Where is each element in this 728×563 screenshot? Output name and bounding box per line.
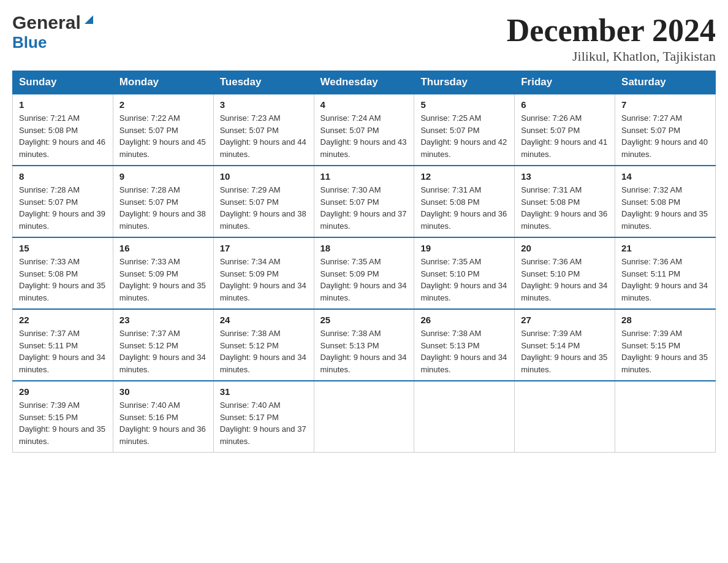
page-header: General Blue December 2024 Jilikul, Khat… bbox=[12, 12, 716, 64]
logo-triangle-icon bbox=[82, 13, 96, 29]
table-row: 24 Sunrise: 7:38 AMSunset: 5:12 PMDaylig… bbox=[213, 309, 314, 381]
day-number: 21 bbox=[621, 243, 709, 253]
day-info: Sunrise: 7:28 AMSunset: 5:07 PMDaylight:… bbox=[119, 185, 206, 231]
day-info: Sunrise: 7:26 AMSunset: 5:07 PMDaylight:… bbox=[521, 113, 607, 159]
day-number: 9 bbox=[119, 171, 207, 182]
day-number: 18 bbox=[320, 243, 408, 253]
day-info: Sunrise: 7:31 AMSunset: 5:08 PMDaylight:… bbox=[420, 185, 507, 231]
day-number: 29 bbox=[19, 386, 107, 397]
title-block: December 2024 Jilikul, Khatlon, Tajikist… bbox=[507, 12, 716, 64]
table-row: 1 Sunrise: 7:21 AMSunset: 5:08 PMDayligh… bbox=[13, 94, 113, 166]
table-row: 14 Sunrise: 7:32 AMSunset: 5:08 PMDaylig… bbox=[615, 166, 716, 237]
header-monday: Monday bbox=[113, 71, 213, 94]
day-info: Sunrise: 7:25 AMSunset: 5:07 PMDaylight:… bbox=[420, 113, 507, 159]
table-row: 25 Sunrise: 7:38 AMSunset: 5:13 PMDaylig… bbox=[314, 309, 414, 381]
table-row: 6 Sunrise: 7:26 AMSunset: 5:07 PMDayligh… bbox=[515, 94, 615, 166]
header-thursday: Thursday bbox=[414, 71, 515, 94]
day-number: 4 bbox=[320, 99, 408, 110]
day-info: Sunrise: 7:36 AMSunset: 5:11 PMDaylight:… bbox=[621, 257, 708, 302]
day-info: Sunrise: 7:38 AMSunset: 5:13 PMDaylight:… bbox=[420, 329, 507, 374]
day-number: 20 bbox=[521, 243, 609, 253]
day-number: 7 bbox=[621, 99, 709, 110]
day-number: 19 bbox=[420, 243, 508, 253]
day-number: 8 bbox=[19, 171, 107, 182]
day-number: 5 bbox=[420, 99, 508, 110]
day-info: Sunrise: 7:22 AMSunset: 5:07 PMDaylight:… bbox=[119, 113, 206, 159]
day-number: 15 bbox=[19, 243, 107, 253]
day-info: Sunrise: 7:33 AMSunset: 5:09 PMDaylight:… bbox=[119, 257, 206, 302]
table-row: 17 Sunrise: 7:34 AMSunset: 5:09 PMDaylig… bbox=[213, 237, 314, 309]
day-number: 30 bbox=[119, 386, 207, 397]
header-sunday: Sunday bbox=[13, 71, 113, 94]
day-number: 1 bbox=[19, 99, 107, 110]
day-number: 31 bbox=[220, 386, 308, 397]
calendar-title: December 2024 bbox=[507, 12, 716, 48]
day-number: 24 bbox=[220, 315, 308, 325]
table-row: 7 Sunrise: 7:27 AMSunset: 5:07 PMDayligh… bbox=[615, 94, 716, 166]
day-number: 2 bbox=[119, 99, 207, 110]
day-info: Sunrise: 7:36 AMSunset: 5:10 PMDaylight:… bbox=[521, 257, 607, 302]
calendar-table: Sunday Monday Tuesday Wednesday Thursday… bbox=[12, 71, 716, 453]
table-row bbox=[515, 381, 615, 453]
table-row: 31 Sunrise: 7:40 AMSunset: 5:17 PMDaylig… bbox=[213, 381, 314, 453]
day-number: 28 bbox=[621, 315, 709, 325]
day-number: 23 bbox=[119, 315, 207, 325]
day-info: Sunrise: 7:40 AMSunset: 5:17 PMDaylight:… bbox=[220, 400, 306, 446]
day-number: 11 bbox=[320, 171, 408, 182]
logo-blue-text: Blue bbox=[12, 33, 47, 52]
day-info: Sunrise: 7:29 AMSunset: 5:07 PMDaylight:… bbox=[220, 185, 306, 231]
day-number: 17 bbox=[220, 243, 308, 253]
day-number: 14 bbox=[621, 171, 709, 182]
calendar-subtitle: Jilikul, Khatlon, Tajikistan bbox=[507, 48, 716, 64]
table-row: 9 Sunrise: 7:28 AMSunset: 5:07 PMDayligh… bbox=[113, 166, 213, 237]
table-row: 21 Sunrise: 7:36 AMSunset: 5:11 PMDaylig… bbox=[615, 237, 716, 309]
day-info: Sunrise: 7:32 AMSunset: 5:08 PMDaylight:… bbox=[621, 185, 708, 231]
table-row: 12 Sunrise: 7:31 AMSunset: 5:08 PMDaylig… bbox=[414, 166, 515, 237]
table-row: 5 Sunrise: 7:25 AMSunset: 5:07 PMDayligh… bbox=[414, 94, 515, 166]
day-info: Sunrise: 7:34 AMSunset: 5:09 PMDaylight:… bbox=[220, 257, 306, 302]
day-number: 22 bbox=[19, 315, 107, 325]
table-row: 20 Sunrise: 7:36 AMSunset: 5:10 PMDaylig… bbox=[515, 237, 615, 309]
day-number: 27 bbox=[521, 315, 609, 325]
table-row: 27 Sunrise: 7:39 AMSunset: 5:14 PMDaylig… bbox=[515, 309, 615, 381]
day-info: Sunrise: 7:31 AMSunset: 5:08 PMDaylight:… bbox=[521, 185, 607, 231]
table-row: 30 Sunrise: 7:40 AMSunset: 5:16 PMDaylig… bbox=[113, 381, 213, 453]
table-row: 26 Sunrise: 7:38 AMSunset: 5:13 PMDaylig… bbox=[414, 309, 515, 381]
day-info: Sunrise: 7:39 AMSunset: 5:14 PMDaylight:… bbox=[521, 329, 607, 374]
day-number: 16 bbox=[119, 243, 207, 253]
calendar-header-row: Sunday Monday Tuesday Wednesday Thursday… bbox=[13, 71, 716, 94]
table-row: 2 Sunrise: 7:22 AMSunset: 5:07 PMDayligh… bbox=[113, 94, 213, 166]
table-row: 28 Sunrise: 7:39 AMSunset: 5:15 PMDaylig… bbox=[615, 309, 716, 381]
day-info: Sunrise: 7:21 AMSunset: 5:08 PMDaylight:… bbox=[19, 113, 105, 159]
table-row bbox=[615, 381, 716, 453]
day-info: Sunrise: 7:37 AMSunset: 5:12 PMDaylight:… bbox=[119, 329, 206, 374]
day-info: Sunrise: 7:37 AMSunset: 5:11 PMDaylight:… bbox=[19, 329, 105, 374]
day-info: Sunrise: 7:39 AMSunset: 5:15 PMDaylight:… bbox=[621, 329, 708, 374]
week-row-2: 8 Sunrise: 7:28 AMSunset: 5:07 PMDayligh… bbox=[13, 166, 716, 237]
table-row: 19 Sunrise: 7:35 AMSunset: 5:10 PMDaylig… bbox=[414, 237, 515, 309]
week-row-3: 15 Sunrise: 7:33 AMSunset: 5:08 PMDaylig… bbox=[13, 237, 716, 309]
logo-general-text: General bbox=[12, 12, 81, 33]
day-number: 25 bbox=[320, 315, 408, 325]
header-saturday: Saturday bbox=[615, 71, 716, 94]
day-number: 26 bbox=[420, 315, 508, 325]
day-number: 12 bbox=[420, 171, 508, 182]
logo: General Blue bbox=[12, 12, 96, 52]
table-row: 29 Sunrise: 7:39 AMSunset: 5:15 PMDaylig… bbox=[13, 381, 113, 453]
day-number: 13 bbox=[521, 171, 609, 182]
table-row: 23 Sunrise: 7:37 AMSunset: 5:12 PMDaylig… bbox=[113, 309, 213, 381]
day-info: Sunrise: 7:35 AMSunset: 5:09 PMDaylight:… bbox=[320, 257, 407, 302]
header-friday: Friday bbox=[515, 71, 615, 94]
table-row bbox=[414, 381, 515, 453]
table-row: 3 Sunrise: 7:23 AMSunset: 5:07 PMDayligh… bbox=[213, 94, 314, 166]
table-row: 13 Sunrise: 7:31 AMSunset: 5:08 PMDaylig… bbox=[515, 166, 615, 237]
table-row: 4 Sunrise: 7:24 AMSunset: 5:07 PMDayligh… bbox=[314, 94, 414, 166]
header-tuesday: Tuesday bbox=[213, 71, 314, 94]
table-row bbox=[314, 381, 414, 453]
day-info: Sunrise: 7:38 AMSunset: 5:13 PMDaylight:… bbox=[320, 329, 407, 374]
day-info: Sunrise: 7:23 AMSunset: 5:07 PMDaylight:… bbox=[220, 113, 306, 159]
week-row-4: 22 Sunrise: 7:37 AMSunset: 5:11 PMDaylig… bbox=[13, 309, 716, 381]
table-row: 11 Sunrise: 7:30 AMSunset: 5:07 PMDaylig… bbox=[314, 166, 414, 237]
table-row: 16 Sunrise: 7:33 AMSunset: 5:09 PMDaylig… bbox=[113, 237, 213, 309]
day-info: Sunrise: 7:40 AMSunset: 5:16 PMDaylight:… bbox=[119, 400, 206, 446]
